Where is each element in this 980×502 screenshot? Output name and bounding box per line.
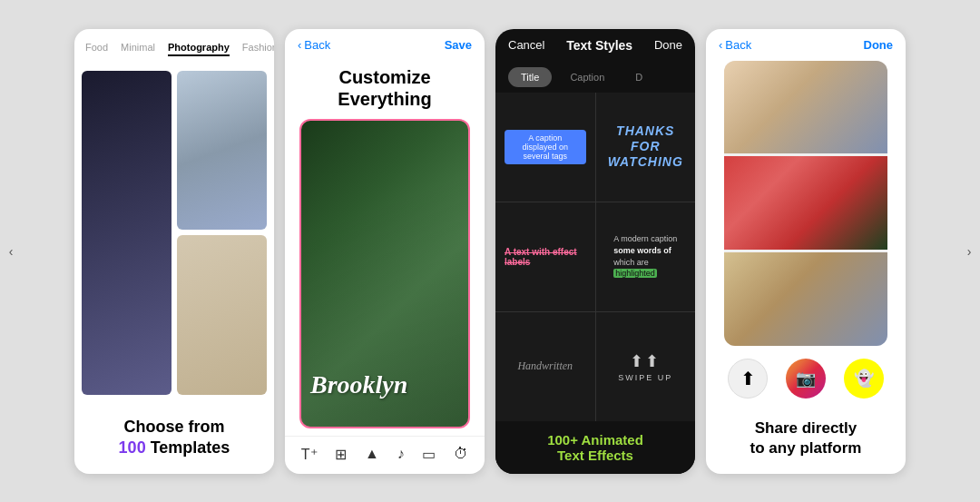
grid-icon: ⊞ bbox=[335, 446, 347, 463]
modern-caption-preview: A modern caption some words of which are… bbox=[613, 233, 677, 279]
toolbar-layout-button[interactable]: ⊞ bbox=[335, 446, 347, 463]
caption-tag-preview: A caption displayed on several tags bbox=[505, 130, 586, 164]
tab-food[interactable]: Food bbox=[85, 42, 108, 56]
tab-fashion[interactable]: Fashion bbox=[242, 42, 274, 56]
snapchat-button[interactable]: 👻 bbox=[844, 359, 884, 399]
chevron-left-icon: ‹ bbox=[298, 38, 301, 52]
tab-d[interactable]: D bbox=[622, 67, 655, 87]
handwritten-preview: Handwritten bbox=[517, 359, 573, 373]
screen2-header: ‹ Back Save bbox=[285, 29, 485, 61]
screen1-bottom-text: Choose from 100 Templates bbox=[74, 402, 274, 474]
share-platform-text: Share directly to any platform bbox=[720, 418, 891, 458]
photo-flowers bbox=[724, 156, 887, 250]
screen-templates: Food Minimal Photography Fashion Shop Ch… bbox=[74, 29, 274, 474]
customize-title: Customize Everything bbox=[285, 61, 485, 119]
music-icon: ♪ bbox=[397, 446, 405, 462]
instagram-button[interactable]: 📷 bbox=[786, 359, 826, 399]
editor-canvas[interactable]: Brooklyn bbox=[299, 119, 470, 428]
toolbar-music-button[interactable]: ♪ bbox=[397, 446, 405, 462]
thanks-text-preview: THANKS FORWATCHING bbox=[605, 123, 687, 169]
share-icons-row: ⬆ 📷 👻 bbox=[706, 346, 906, 411]
screen3-bottom: 100+ Animated Text Effects bbox=[495, 421, 695, 474]
screen4-bottom: Share directly to any platform bbox=[706, 411, 906, 473]
category-tabs: Food Minimal Photography Fashion Shop bbox=[74, 29, 274, 64]
instagram-icon: 📷 bbox=[796, 369, 816, 389]
photo-couple-beach bbox=[724, 252, 887, 346]
tab-title[interactable]: Title bbox=[508, 67, 552, 87]
toolbar-text-button[interactable]: T⁺ bbox=[301, 446, 318, 463]
done-button-2[interactable]: Done bbox=[864, 38, 894, 52]
carousel-container: ‹ Food Minimal Photography Fashion Shop … bbox=[0, 0, 980, 502]
screen-customize: ‹ Back Save Customize Everything Brookly… bbox=[285, 29, 485, 474]
style-cell-caption-tag[interactable]: A caption displayed on several tags bbox=[495, 93, 595, 202]
gallery-item-girl[interactable] bbox=[177, 71, 267, 231]
screen3-header: Cancel Text Styles Done bbox=[495, 29, 695, 62]
tab-minimal[interactable]: Minimal bbox=[121, 42, 155, 56]
back-button[interactable]: ‹ Back bbox=[298, 38, 330, 52]
effect-label-preview: A text with effect labels bbox=[505, 247, 586, 267]
screen-text-styles: Cancel Text Styles Done Title Caption D … bbox=[495, 29, 695, 474]
swipe-arrows-icon: ⬆⬆ bbox=[618, 351, 672, 371]
style-cell-handwritten[interactable]: Handwritten bbox=[495, 312, 595, 421]
save-button[interactable]: Save bbox=[445, 38, 472, 52]
right-arrow-button[interactable]: › bbox=[958, 233, 980, 270]
toolbar-timer-button[interactable]: ⏱ bbox=[454, 446, 468, 462]
screen4-header: ‹ Back Done bbox=[706, 29, 906, 61]
swipe-up-preview: ⬆⬆ SWIPE UP bbox=[618, 351, 672, 382]
export-button[interactable]: ⬆ bbox=[728, 359, 768, 399]
style-tabs: Title Caption D bbox=[495, 62, 695, 93]
toolbar-frame-button[interactable]: ▭ bbox=[422, 446, 436, 463]
cursive-name-text: Brooklyn bbox=[310, 370, 407, 399]
back-label: Back bbox=[304, 38, 330, 52]
templates-headline: Choose from 100 Templates bbox=[89, 417, 260, 459]
style-cell-effect-label[interactable]: A text with effect labels bbox=[495, 202, 595, 311]
back-label-2: Back bbox=[725, 38, 751, 52]
template-gallery bbox=[74, 64, 274, 402]
tab-caption[interactable]: Caption bbox=[557, 67, 617, 87]
frame-icon: ▭ bbox=[422, 446, 436, 463]
style-cell-thanks[interactable]: THANKS FORWATCHING bbox=[596, 93, 696, 202]
cancel-button[interactable]: Cancel bbox=[508, 38, 544, 52]
styles-grid: A caption displayed on several tags THAN… bbox=[495, 93, 695, 421]
export-icon: ⬆ bbox=[740, 368, 756, 389]
timer-icon: ⏱ bbox=[454, 446, 468, 462]
animated-effects-label: 100+ Animated Text Effects bbox=[506, 432, 684, 463]
done-button[interactable]: Done bbox=[654, 38, 682, 52]
text-styles-title: Text Styles bbox=[566, 38, 632, 53]
style-cell-modern-caption[interactable]: A modern caption some words of which are… bbox=[596, 202, 696, 311]
editor-toolbar: T⁺ ⊞ ▲ ♪ ▭ ⏱ bbox=[285, 436, 485, 474]
gallery-item-city[interactable] bbox=[82, 71, 172, 395]
screen-share: ‹ Back Done ⬆ 📷 👻 bbox=[706, 29, 906, 474]
snapchat-icon: 👻 bbox=[854, 369, 874, 389]
photo-couple-back bbox=[724, 61, 887, 154]
gallery-item-food[interactable] bbox=[177, 235, 267, 395]
text-add-icon: T⁺ bbox=[301, 446, 318, 463]
style-cell-swipe-up[interactable]: ⬆⬆ SWIPE UP bbox=[596, 312, 696, 421]
chevron-left-icon-2: ‹ bbox=[719, 38, 722, 52]
screens-wrapper: Food Minimal Photography Fashion Shop Ch… bbox=[22, 11, 958, 492]
tab-photography[interactable]: Photography bbox=[168, 42, 230, 56]
left-arrow-button[interactable]: ‹ bbox=[0, 233, 22, 270]
photo-collage bbox=[724, 61, 887, 347]
filter-icon: ▲ bbox=[365, 446, 379, 462]
toolbar-filter-button[interactable]: ▲ bbox=[365, 446, 379, 462]
back-button-2[interactable]: ‹ Back bbox=[719, 38, 751, 52]
